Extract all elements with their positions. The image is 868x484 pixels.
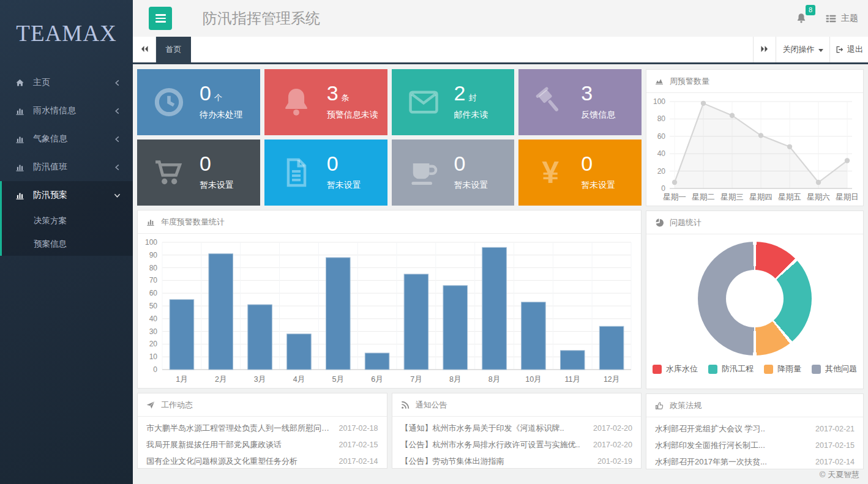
theme-button[interactable]: 主题	[826, 13, 858, 24]
news-item[interactable]: 【公告】劳动节集体出游指南201-02-19	[401, 453, 633, 469]
svg-text:2月: 2月	[215, 375, 226, 384]
sidebar-subitem[interactable]: 决策方案	[2, 209, 133, 233]
svg-text:星期三: 星期三	[720, 193, 744, 201]
yen-icon: ¥	[533, 155, 567, 190]
sidebar-subitem[interactable]: 预案信息	[2, 233, 133, 256]
stat-card-body: 3条预警信息未读	[327, 69, 387, 121]
legend-item[interactable]: 防汛工程	[708, 363, 754, 374]
news-title: 水利部召开2017年第一次扶贫...	[655, 456, 809, 467]
news-item[interactable]: 水利部召开2017年第一次扶贫...2017-02-14	[655, 453, 855, 470]
news-title: 【公告】劳动节集体出游指南	[401, 456, 592, 467]
stat-card-body: 0暂未设置	[581, 140, 642, 191]
bar-chart-icon	[15, 106, 25, 116]
stat-card-3[interactable]: 3反馈信息	[518, 69, 642, 135]
double-right-arrow-icon	[760, 45, 769, 54]
menu-toggle-button[interactable]	[149, 7, 172, 30]
notifications-button[interactable]: 8	[795, 12, 807, 25]
year-warnings-chart: 01020304050607080901001月2月3月4月5月6月7月8月8月…	[138, 234, 641, 387]
tabs-scroll-left-button[interactable]	[133, 37, 156, 62]
news-title: 市大鹏半岛水源工程管理处负责人到一线部所慰问新春	[146, 423, 333, 434]
svg-text:7月: 7月	[410, 375, 422, 384]
panel-title: 周预警数量	[670, 76, 709, 87]
svg-text:10: 10	[149, 352, 158, 361]
stat-card-7[interactable]: ¥0暂未设置	[518, 140, 642, 206]
legend-item[interactable]: 水库水位	[653, 363, 698, 374]
bar-chart-icon	[15, 190, 25, 201]
stat-card-1[interactable]: 3条预警信息未读	[264, 69, 387, 135]
svg-text:20: 20	[657, 167, 666, 176]
stat-label: 反馈信息	[581, 110, 642, 121]
paper-plane-icon	[146, 400, 155, 410]
thumbs-up-icon	[654, 401, 664, 411]
news-item[interactable]: 【通知】杭州市水务局关于印发《河道标识牌..2017-02-20	[401, 420, 633, 436]
stat-label: 暂未设置	[200, 180, 260, 191]
sidebar-item-duty[interactable]: 防汛值班	[0, 153, 133, 181]
stat-value: 3	[581, 81, 593, 105]
policies-panel: 政策法规 水利部召开党组扩大会议 学习..2017-02-21水利部印发全面推行…	[646, 393, 864, 469]
svg-text:星期四: 星期四	[749, 193, 773, 201]
news-item[interactable]: 【公告】杭州市水务局排水行政许可设置与实施优..2017-02-20	[401, 436, 633, 453]
news-date: 2017-02-20	[593, 424, 632, 433]
week-warnings-chart: 020406080100星期一星期二星期三星期四星期五星期六星期日	[646, 93, 863, 204]
panel-title: 通知公告	[416, 400, 447, 411]
sidebar-item-weather[interactable]: 气象信息	[0, 125, 133, 153]
stat-value: 0	[200, 81, 211, 105]
copyright: © 天夏智慧	[820, 469, 859, 480]
stat-label: 暂未设置	[581, 180, 642, 191]
stat-card-5[interactable]: 0暂未设置	[264, 140, 387, 206]
svg-text:60: 60	[149, 289, 158, 297]
week-warnings-panel: 周预警数量 020406080100星期一星期二星期三星期四星期五星期六星期日	[646, 69, 864, 206]
legend-label: 水库水位	[666, 363, 698, 374]
bar-chart-icon	[15, 162, 25, 173]
stat-card-0[interactable]: 0个待办未处理	[137, 69, 260, 135]
sidebar-item-rainwater[interactable]: 雨水情信息	[0, 97, 133, 125]
news-item[interactable]: 我局开展新提拔任用干部党风廉政谈话2017-02-15	[146, 436, 378, 453]
news-item[interactable]: 国有企业文化问题根源及文化重塑任务分析2017-02-14	[146, 453, 378, 469]
svg-text:70: 70	[149, 276, 158, 285]
news-date: 2017-02-14	[339, 457, 378, 466]
stat-card-2[interactable]: 2封邮件未读	[392, 69, 515, 135]
tabs-scroll-right-button[interactable]	[753, 37, 776, 62]
notices-panel-header: 通知公告	[392, 393, 642, 417]
work-news-list: 市大鹏半岛水源工程管理处负责人到一线部所慰问新春2017-02-18我局开展新提…	[138, 417, 387, 469]
theme-list-icon	[826, 14, 836, 23]
svg-text:星期五: 星期五	[778, 193, 801, 201]
stat-card-body: 0暂未设置	[200, 140, 260, 191]
svg-text:4月: 4月	[293, 375, 305, 384]
news-item[interactable]: 水利部召开党组扩大会议 学习..2017-02-21	[655, 420, 855, 437]
sidebar-item-plan[interactable]: 防汛预案	[2, 181, 133, 209]
stat-card-6[interactable]: 0暂未设置	[392, 140, 515, 206]
svg-text:60: 60	[657, 132, 666, 141]
stat-cards: 0个待办未处理3条预警信息未读2封邮件未读3反馈信息0暂未设置0暂未设置0暂未设…	[137, 69, 642, 206]
tab-home[interactable]: 首页	[156, 37, 191, 62]
stat-card-4[interactable]: 0暂未设置	[137, 140, 260, 206]
sidebar-item-label: 主页	[33, 77, 50, 88]
sidebar-item-home[interactable]: 主页	[0, 69, 133, 97]
caret-down-icon	[818, 49, 823, 52]
legend-item[interactable]: 降雨量	[764, 363, 801, 374]
panel-title: 工作动态	[161, 400, 193, 411]
gavel-icon	[533, 85, 567, 119]
svg-text:0: 0	[153, 365, 157, 374]
chevron-left-icon	[114, 108, 121, 114]
close-operations-dropdown[interactable]: 关闭操作	[776, 37, 830, 62]
sidebar-item-label: 雨水情信息	[33, 105, 76, 116]
news-date: 2017-02-21	[815, 425, 855, 433]
news-date: 2017-02-14	[815, 458, 855, 466]
stat-value: 0	[200, 152, 211, 175]
stat-label: 邮件未读	[454, 110, 515, 121]
news-item[interactable]: 水利部印发全面推行河长制工...2017-02-15	[655, 437, 855, 453]
news-date: 2017-02-15	[339, 441, 378, 449]
svg-text:30: 30	[149, 327, 158, 336]
theme-label: 主题	[841, 13, 858, 24]
sign-out-icon	[835, 45, 844, 54]
issue-stats-panel-header: 问题统计	[646, 211, 863, 234]
svg-text:80: 80	[149, 264, 158, 272]
svg-text:20: 20	[149, 340, 158, 348]
stat-value: 0	[454, 152, 466, 175]
logout-button[interactable]: 退出	[830, 37, 868, 62]
news-item[interactable]: 市大鹏半岛水源工程管理处负责人到一线部所慰问新春2017-02-18	[146, 420, 378, 436]
stat-label: 待办未处理	[200, 110, 260, 121]
dashboard-content: 0个待办未处理3条预警信息未读2封邮件未读3反馈信息0暂未设置0暂未设置0暂未设…	[133, 66, 868, 484]
legend-item[interactable]: 其他问题	[812, 363, 857, 374]
